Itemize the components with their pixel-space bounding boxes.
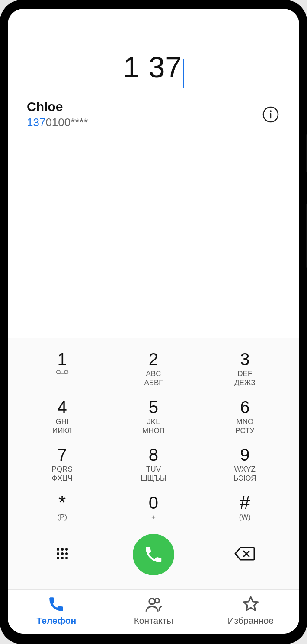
match-rest: 0100**** [45,116,88,129]
key-sub2: ШЩЪЫ [108,474,199,483]
dialed-number-display[interactable]: 1 37 [8,9,299,95]
key-sub2: ЬЭЮЯ [199,474,291,483]
bottom-tabs: Телефон Контакты Избранное [8,589,299,634]
contact-match-info: Chloe 1370100**** [27,99,261,129]
key-4[interactable]: 4GHIИЙКЛ [16,392,108,440]
key-0[interactable]: 0+ [108,488,199,526]
tab-favorites-label: Избранное [227,615,273,626]
key-sub: GHI [16,417,108,426]
svg-point-12 [57,557,59,559]
contact-name: Chloe [27,99,261,114]
key-digit: 1 [16,349,108,369]
svg-point-11 [65,552,68,555]
key-digit: # [199,493,291,513]
key-digit: * [16,493,108,513]
svg-point-10 [61,552,64,555]
screen: 1 37 Chloe 1370100**** 12ABCАБВГ3DEFДЕЖЗ… [8,9,299,634]
key-sub: TUV [108,465,199,474]
key-digit: 8 [108,445,199,465]
key-5[interactable]: 5JKLМНОП [108,392,199,440]
phone-tab-icon [48,596,65,613]
svg-point-4 [64,370,68,374]
key-digit: 0 [108,493,199,513]
voicemail-icon [16,369,108,377]
key-digit: 6 [199,397,291,417]
key-digit: 2 [108,349,199,369]
key-2[interactable]: 2ABCАБВГ [108,344,199,392]
tab-contacts[interactable]: Контакты [105,596,202,626]
tab-contacts-label: Контакты [134,615,173,626]
call-button[interactable] [133,534,174,575]
key-digit: 3 [199,349,291,369]
spacer [8,137,299,338]
key-sub: MNO [199,417,291,426]
key-*[interactable]: *(P) [16,488,108,526]
key-7[interactable]: 7PQRSФХЦЧ [16,440,108,488]
key-digit: 9 [199,445,291,465]
key-sub2: ДЕЖЗ [199,378,291,387]
key-9[interactable]: 9WXYZЬЭЮЯ [199,440,291,488]
tab-favorites[interactable]: Избранное [202,596,299,626]
contacts-icon [145,596,162,613]
key-digit: 4 [16,397,108,417]
key-digit: 5 [108,397,199,417]
tab-phone[interactable]: Телефон [8,596,105,626]
contact-match-row[interactable]: Chloe 1370100**** [11,95,296,137]
svg-point-13 [61,557,64,559]
info-button[interactable] [261,105,280,124]
key-sub: (P) [16,513,108,522]
svg-point-18 [155,599,159,603]
phone-icon [143,544,164,565]
dialpad-toggle-button[interactable] [54,546,70,563]
key-digit: 7 [16,445,108,465]
key-3[interactable]: 3DEFДЕЖЗ [199,344,291,392]
key-1[interactable]: 1 [16,344,108,392]
dialpad: 12ABCАБВГ3DEFДЕЖЗ4GHIИЙКЛ5JKLМНОП6MNOРСТ… [8,338,299,589]
svg-point-2 [270,110,272,112]
star-icon [242,596,259,613]
dialpad-icon [54,546,70,561]
cursor-icon [183,59,184,88]
info-icon [262,106,279,123]
key-sub2: ФХЦЧ [16,474,108,483]
svg-point-6 [57,548,59,551]
phone-frame: 1 37 Chloe 1370100**** 12ABCАБВГ3DEFДЕЖЗ… [0,0,307,644]
key-sub: (W) [199,513,291,522]
tab-phone-label: Телефон [36,615,76,626]
match-highlight: 137 [27,116,45,129]
key-sub: ABC [108,369,199,378]
backspace-button[interactable] [234,546,255,563]
dialed-number: 1 37 [123,50,182,84]
key-sub2: МНОП [108,426,199,435]
key-8[interactable]: 8TUVШЩЪЫ [108,440,199,488]
key-6[interactable]: 6MNOРСТУ [199,392,291,440]
svg-point-17 [149,599,155,604]
key-sub2: АБВГ [108,378,199,387]
svg-point-8 [65,548,68,551]
key-sub: PQRS [16,465,108,474]
action-row [16,526,291,585]
svg-point-7 [61,548,64,551]
key-sub: DEF [199,369,291,378]
svg-point-3 [56,370,60,374]
svg-point-14 [65,557,68,559]
key-sub2: ИЙКЛ [16,426,108,435]
key-sub2: РСТУ [199,426,291,435]
key-sub: WXYZ [199,465,291,474]
key-sub: + [108,513,199,522]
backspace-icon [234,546,255,561]
contact-number: 1370100**** [27,116,261,129]
key-#[interactable]: #(W) [199,488,291,526]
svg-point-9 [57,552,59,555]
key-sub: JKL [108,417,199,426]
